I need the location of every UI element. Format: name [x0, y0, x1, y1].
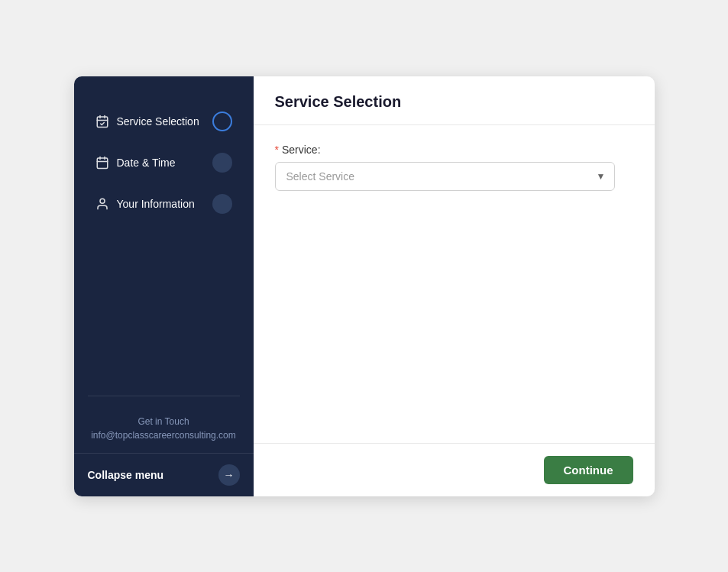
main-content: Service Selection * Service: Select Serv… — [254, 76, 655, 496]
sidebar-item-your-information[interactable]: Your Information — [82, 185, 246, 223]
svg-rect-0 — [97, 117, 108, 128]
sidebar-item-left: Your Information — [95, 197, 195, 211]
main-footer: Continue — [254, 443, 655, 496]
sidebar-item-service-selection[interactable]: Service Selection — [82, 102, 246, 141]
sidebar-footer: Get in Touch info@topclasscareerconsulti… — [74, 404, 254, 453]
calendar-check-icon — [95, 115, 109, 128]
sidebar-item-date-time-label: Date & Time — [117, 157, 176, 169]
get-in-touch-label: Get in Touch — [88, 416, 240, 427]
sidebar-item-left: Service Selection — [95, 115, 199, 128]
service-select-wrapper: Select Service ▼ — [275, 162, 615, 191]
person-icon — [95, 197, 109, 211]
sidebar: Service Selection Date & Time — [74, 76, 254, 496]
date-time-badge — [212, 153, 232, 173]
collapse-arrow-icon: → — [218, 464, 240, 486]
contact-email: info@topclasscareerconsulting.com — [88, 430, 240, 441]
your-information-badge — [212, 194, 232, 214]
svg-rect-4 — [97, 158, 108, 169]
calendar-icon — [95, 156, 109, 170]
required-star: * — [275, 144, 279, 156]
service-field-label: * Service: — [275, 144, 633, 156]
sidebar-item-your-information-label: Your Information — [117, 198, 195, 210]
page-title: Service Selection — [275, 93, 633, 111]
service-selection-badge — [212, 111, 232, 131]
service-label-text: Service: — [282, 144, 321, 156]
collapse-menu-label: Collapse menu — [88, 469, 164, 481]
sidebar-divider — [88, 396, 240, 396]
svg-point-8 — [100, 199, 105, 203]
main-header: Service Selection — [254, 76, 655, 125]
sidebar-item-date-time[interactable]: Date & Time — [82, 144, 246, 182]
modal-container: Service Selection Date & Time — [74, 76, 655, 496]
sidebar-nav: Service Selection Date & Time — [74, 92, 254, 388]
sidebar-item-service-selection-label: Service Selection — [117, 115, 199, 128]
service-select[interactable]: Select Service — [275, 162, 615, 191]
main-body: * Service: Select Service ▼ — [254, 125, 655, 443]
continue-button[interactable]: Continue — [544, 456, 633, 484]
collapse-menu-button[interactable]: Collapse menu → — [74, 453, 254, 496]
sidebar-item-left: Date & Time — [95, 156, 176, 170]
